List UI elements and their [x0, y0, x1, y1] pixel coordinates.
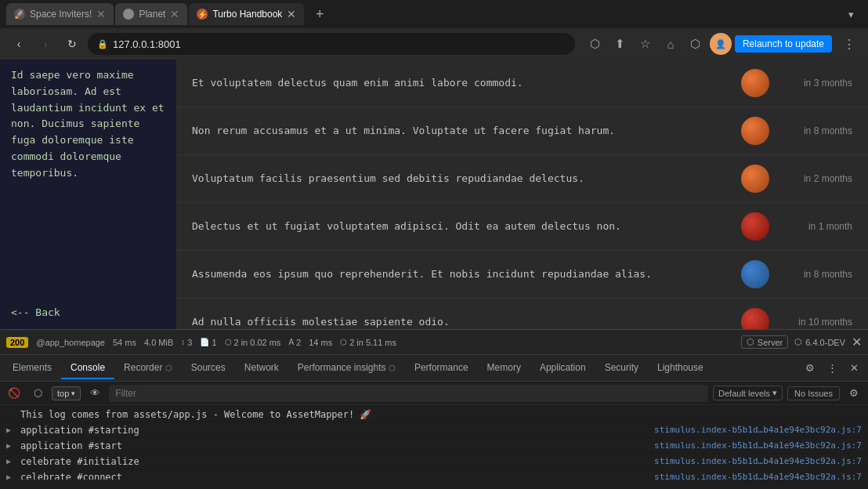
- it-value: 3: [187, 338, 192, 347]
- server-label: Server: [758, 338, 783, 347]
- avatar: [741, 212, 769, 241]
- tab-label-turbo: Turbo Handbook: [212, 9, 282, 20]
- console-source-link[interactable]: stimulus.index-b5b1d…b4a1e94e3bc92a.js:7: [654, 472, 862, 480]
- font-value: 2: [296, 338, 301, 347]
- css-icon: ⬡: [225, 338, 232, 346]
- cast-icon[interactable]: ⬡: [584, 33, 606, 55]
- it-count: ↕ 3: [181, 338, 192, 347]
- console-row[interactable]: ▶ application #starting stimulus.index-b…: [0, 422, 868, 438]
- css-time-value: 2 in 5.11: [349, 338, 382, 347]
- extensions-icon[interactable]: ⬡: [685, 33, 707, 55]
- server-icon: ⬡: [747, 337, 754, 347]
- expand-arrow[interactable]: ▶: [6, 426, 16, 434]
- tab-close-turbo[interactable]: ✕: [287, 8, 296, 20]
- response-size: 4.0 MiB: [144, 338, 173, 347]
- version-icon: ⬡: [794, 337, 802, 347]
- devtools-panel: 200 @app_homepage 54 ms 4.0 MiB ↕ 3 📄 1 …: [0, 329, 868, 480]
- avatar: [741, 117, 769, 145]
- profile-icon[interactable]: 👤: [710, 33, 732, 55]
- tab-lighthouse[interactable]: Lighthouse: [648, 357, 713, 379]
- console-message: celebrate #initialize: [20, 456, 649, 467]
- avatar: [741, 308, 769, 329]
- console-row[interactable]: ▶ celebrate #connect stimulus.index-b5b1…: [0, 469, 868, 480]
- home-icon[interactable]: ⌂: [660, 33, 682, 55]
- table-row[interactable]: Assumenda eos ipsum quo reprehenderit. E…: [176, 251, 868, 299]
- filter-settings-button[interactable]: ⬡: [28, 384, 47, 403]
- relaunch-button[interactable]: Relaunch to update: [735, 35, 832, 53]
- console-source-link[interactable]: stimulus.index-b5b1d…b4a1e94e3bc92a.js:7: [654, 440, 862, 451]
- forward-button[interactable]: ›: [34, 33, 56, 55]
- share-icon[interactable]: ⬆: [609, 33, 631, 55]
- reload-button[interactable]: ↻: [61, 33, 83, 55]
- tab-console[interactable]: Console: [61, 357, 114, 379]
- response-time: 54 ms: [113, 338, 136, 347]
- version-badge: ⬡ 6.4.0-DEV: [794, 337, 845, 347]
- main-content: Id saepe vero maxime laboriosam. Ad est …: [0, 60, 868, 329]
- table-row[interactable]: Voluptatum facilis praesentium sed debit…: [176, 155, 868, 203]
- expand-arrow[interactable]: ▶: [6, 457, 16, 465]
- article-time: in 2 months: [782, 173, 852, 184]
- font-ms: 14 ms: [309, 338, 332, 347]
- app-homepage-label: @app_homepage: [36, 338, 105, 347]
- default-levels-dropdown[interactable]: Default levels ▾: [713, 386, 783, 400]
- tab-network[interactable]: Network: [235, 357, 288, 379]
- css-time: ⬡ 2 in 5.11 ms: [340, 338, 396, 347]
- tab-close-space[interactable]: ✕: [96, 8, 106, 20]
- menu-icon[interactable]: ⋮: [838, 33, 860, 55]
- font-count: A 2: [288, 338, 301, 347]
- console-row[interactable]: ▶ celebrate #initialize stimulus.index-b…: [0, 454, 868, 469]
- console-row[interactable]: This log comes from assets/app.js - Welc…: [0, 407, 868, 422]
- tab-performance[interactable]: Performance: [405, 357, 478, 379]
- tab-sources[interactable]: Sources: [182, 357, 235, 379]
- expand-arrow[interactable]: ▶: [6, 441, 16, 450]
- tab-memory[interactable]: Memory: [478, 357, 530, 379]
- console-filter-input[interactable]: [109, 385, 708, 402]
- article-text: Non rerum accusamus et a ut minima. Volu…: [192, 124, 729, 138]
- url-text: 127.0.0.1:8001: [113, 38, 566, 50]
- tab-elements[interactable]: Elements: [3, 357, 61, 379]
- table-row[interactable]: Delectus et ut fugiat voluptatem adipisc…: [176, 203, 868, 251]
- dt-settings-icon[interactable]: ⚙: [799, 357, 821, 379]
- back-button[interactable]: ‹: [8, 33, 30, 55]
- console-row[interactable]: ▶ application #start stimulus.index-b5b1…: [0, 438, 868, 454]
- new-tab-button[interactable]: +: [309, 3, 331, 25]
- url-bar[interactable]: 🔒 127.0.0.1:8001: [88, 33, 575, 55]
- tab-turbo-handbook[interactable]: ⚡ Turbo Handbook ✕: [189, 3, 304, 25]
- sidebar-back-button[interactable]: <-- Back: [11, 305, 165, 321]
- console-settings-button[interactable]: ⚙: [844, 386, 863, 400]
- table-row[interactable]: Ad nulla officiis molestiae sapiente odi…: [176, 299, 868, 329]
- console-source-link[interactable]: stimulus.index-b5b1d…b4a1e94e3bc92a.js:7: [654, 425, 862, 435]
- expand-arrow[interactable]: ▶: [6, 473, 16, 480]
- chevron-down-icon-levels: ▾: [772, 388, 777, 398]
- dt-close-icon[interactable]: ✕: [843, 357, 865, 379]
- dt-more-icon[interactable]: ⋮: [821, 357, 843, 379]
- tab-performance-insights[interactable]: Performance insights ⬡: [288, 357, 405, 379]
- tab-close-planet[interactable]: ✕: [170, 8, 179, 20]
- table-row[interactable]: Non rerum accusamus et a ut minima. Volu…: [176, 107, 868, 155]
- tab-security[interactable]: Security: [595, 357, 648, 379]
- clear-console-button[interactable]: 🚫: [5, 384, 24, 403]
- article-time: in 8 months: [782, 269, 852, 280]
- console-source-link[interactable]: stimulus.index-b5b1d…b4a1e94e3bc92a.js:7: [654, 456, 862, 466]
- top-dropdown[interactable]: top ▾: [52, 386, 81, 400]
- tab-recorder[interactable]: Recorder ⬡: [114, 357, 182, 379]
- css-time-ms: ms: [385, 338, 396, 347]
- article-list: Et voluptatem delectus quam enim animi l…: [176, 60, 868, 329]
- tab-menu-button[interactable]: ▾: [840, 3, 862, 25]
- article-text: Et voluptatem delectus quam enim animi l…: [192, 76, 729, 90]
- css-value: 2 in 0.02: [234, 338, 267, 347]
- tab-application[interactable]: Application: [530, 357, 595, 379]
- tab-label-space: Space Inviters!: [30, 9, 92, 20]
- bookmark-icon[interactable]: ☆: [635, 33, 656, 55]
- tab-planet[interactable]: Planet ✕: [115, 3, 187, 25]
- devtools-tabs-bar: Elements Console Recorder ⬡ Sources Netw…: [0, 355, 868, 382]
- close-devtools-button[interactable]: ✕: [852, 335, 862, 350]
- article-text: Delectus et ut fugiat voluptatem adipisc…: [192, 219, 729, 234]
- table-row[interactable]: Et voluptatem delectus quam enim animi l…: [176, 60, 868, 107]
- eye-icon[interactable]: 👁: [85, 384, 104, 403]
- tab-space-inviters[interactable]: 🚀 Space Inviters! ✕: [6, 3, 114, 25]
- avatar: [741, 260, 769, 288]
- css-requests: ⬡ 2 in 0.02 ms: [225, 338, 281, 347]
- version-label: 6.4.0-DEV: [805, 338, 845, 347]
- avatar: [741, 69, 769, 97]
